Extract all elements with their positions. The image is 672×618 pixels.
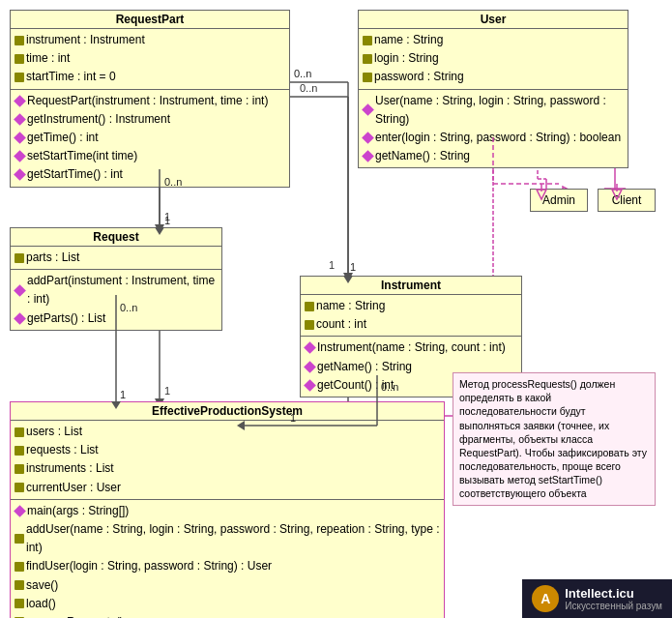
watermark-subtitle: Искусственный разум [565,601,662,611]
request-title: Request [11,228,221,247]
u-diamond-3 [362,150,374,162]
user-box: User name : String login : String passwo… [358,10,628,168]
note-box: Метод processRequests() должен определят… [453,372,656,506]
watermark-text-container: Intellect.icu Искусственный разум [565,586,662,611]
instrument-fields: name : String count : int [301,295,521,337]
u-method-1: User(name : String, login : String, pass… [375,92,624,129]
eps-lock-7 [15,580,24,590]
diamond-icon-3 [14,132,26,144]
rp-method-5: getStartTime() : int [27,165,123,184]
eps-field-1: users : List [26,423,82,441]
eps-box: EffectiveProductionSystem users : List r… [10,401,445,618]
svg-text:0..n: 0..n [300,82,317,94]
watermark-logo: A [532,585,559,612]
request-box: Request parts : List addPart(instument :… [10,227,222,331]
diagram-container: 0..n 1 0..n 1 0..n 1 0..n 1 [0,0,672,618]
eps-lock-6 [15,562,24,572]
eps-fields: users : List requests : List instruments… [11,421,444,500]
diamond-icon-4 [14,150,26,162]
diamond-icon-2 [14,113,26,126]
eps-diamond-1 [14,505,26,517]
ins-field-2: count : int [316,315,366,334]
rp-field-1: instrument : Instrument [26,31,145,49]
watermark-letter: A [541,591,550,606]
ins-diamond-2 [304,361,316,373]
ins-diamond-3 [304,379,316,392]
eps-method-2: addUser(name : String, login : String, p… [26,520,440,557]
eps-lock-4 [15,483,24,492]
eps-lock-2 [15,446,24,456]
lock-icon-2 [15,54,24,64]
request-part-box: RequestPart instrument : Instrument time… [10,10,290,188]
u-diamond-1 [362,103,374,116]
u-field-2: login : String [374,49,439,68]
client-label: Client [612,193,642,207]
instrument-title: Instrument [301,277,521,295]
eps-lock-8 [15,599,24,608]
ins-method-1: Instrument(name : String, count : int) [317,338,506,357]
user-title: User [359,11,628,29]
diamond-icon-1 [14,95,26,107]
ins-method-2: getName() : String [317,358,412,376]
diamond-icon-5 [14,169,26,182]
eps-lock-1 [15,427,24,437]
svg-text:1: 1 [164,385,170,397]
eps-method-4: save() [26,576,58,595]
request-methods: addPart(instument : Instrument, time : i… [11,270,221,330]
lock-icon-3 [15,73,24,82]
request-part-title: RequestPart [11,11,289,29]
request-part-methods: RequestPart(instrument : Instrument, tim… [11,90,289,187]
svg-text:1: 1 [164,211,170,222]
rp-field-2: time : int [26,49,70,68]
rp-field-3: startTime : int = 0 [26,68,116,86]
svg-text:1: 1 [164,215,170,226]
u-diamond-2 [362,132,374,144]
eps-lock-3 [15,464,24,474]
req-lock-1 [15,253,24,263]
eps-field-4: currentUser : User [26,479,121,497]
u-field-1: name : String [374,31,443,49]
eps-lock-5 [15,534,24,544]
admin-label: Admin [542,193,575,207]
u-lock-3 [363,73,372,82]
eps-field-2: requests : List [26,441,99,459]
watermark-site: Intellect.icu [565,586,662,601]
u-method-2: enter(login : String, password : String)… [375,129,621,147]
eps-methods: main(args : String[]) addUser(name : Str… [11,500,444,618]
req-diamond-2 [14,312,26,325]
svg-text:1: 1 [350,261,356,273]
admin-box: Admin [530,189,588,212]
u-method-3: getName() : String [375,147,470,165]
svg-text:1: 1 [329,259,335,271]
req-field-1: parts : List [26,249,79,267]
ins-lock-1 [305,302,314,311]
watermark: A Intellect.icu Искусственный разум [522,579,672,618]
ins-lock-2 [305,320,314,330]
eps-method-5: load() [26,595,56,613]
req-method-1: addPart(instument : Instrument, time : i… [27,272,218,309]
user-fields: name : String login : String password : … [359,29,628,90]
ins-method-3: getCount() : int [317,376,394,395]
eps-method-6: processRequests() [26,613,124,618]
svg-text:0..n: 0..n [294,68,311,79]
rp-method-2: getInstrument() : Instrument [27,110,170,129]
u-field-3: password : String [374,68,464,86]
eps-method-3: findUser(login : String, password : Stri… [26,557,272,575]
request-part-fields: instrument : Instrument time : int start… [11,29,289,90]
client-box: Client [598,189,656,212]
eps-method-1: main(args : String[]) [27,502,129,520]
rp-method-1: RequestPart(instrument : Instrument, tim… [27,92,268,110]
user-methods: User(name : String, login : String, pass… [359,90,628,168]
u-lock-1 [363,36,372,45]
rp-method-4: setStartTime(int time) [27,147,137,165]
rp-method-3: getTime() : int [27,129,99,147]
svg-text:1: 1 [120,389,126,400]
req-method-2: getParts() : List [27,309,105,328]
ins-field-1: name : String [316,297,385,315]
lock-icon-1 [15,36,24,45]
eps-title: EffectiveProductionSystem [11,402,444,421]
request-fields: parts : List [11,247,221,270]
eps-field-3: instruments : List [26,459,114,478]
u-lock-2 [363,54,372,64]
req-diamond-1 [14,284,26,297]
